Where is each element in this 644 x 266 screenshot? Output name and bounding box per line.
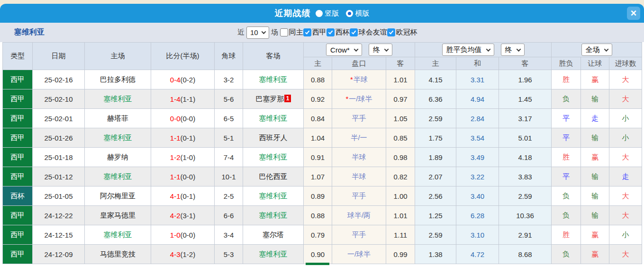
col-header-date: 日期 [33, 43, 85, 70]
checkbox-label: 欧冠杯 [396, 28, 417, 37]
recent-count-select[interactable]: 10 [246, 27, 269, 39]
league-filter-3[interactable]: 欧冠杯 [387, 28, 417, 37]
halftime-score: (0-1) [181, 134, 196, 142]
home-team-name: 巴拉多利德 [100, 75, 136, 83]
table-row: 西甲24-12-09马德里竞技4-3(1-2)5-3塞维利亚0.90一/球半0.… [3, 245, 642, 264]
checkbox-icon[interactable] [303, 28, 311, 36]
team-name: 塞维利亚 [14, 27, 45, 37]
league-filter-1[interactable]: 西杯 [327, 28, 350, 37]
result-handicap-cell: 赢 [581, 148, 609, 167]
result-wdl-cell: 负 [552, 186, 581, 206]
same-home-filter[interactable]: 同主 [280, 28, 303, 37]
radio-dot-icon [348, 12, 351, 15]
recent-count-value: 10 [250, 28, 258, 36]
avg-draw-cell: 3.31 [456, 70, 499, 89]
handicap-cell: 球半/两 [332, 206, 386, 225]
match-type-cell: 西甲 [3, 245, 33, 264]
home-team-cell: 赫罗纳 [85, 148, 151, 167]
date-cell: 24-12-15 [33, 225, 85, 245]
avg-home-cell: 2.07 [415, 167, 456, 186]
fulltime-score: 4-1 [170, 192, 181, 200]
handicap-line: 平手 [352, 114, 366, 122]
home-team-name: 赫塔菲 [107, 114, 128, 122]
score-cell: 1-4(1-1) [151, 89, 215, 109]
score-cell: 1-0(0-0) [151, 225, 215, 245]
handicap-line: 一/球半 [349, 95, 372, 103]
away-team-cell: 巴塞罗那1 [243, 89, 304, 109]
date-cell: 25-01-12 [33, 167, 85, 186]
away-team-name: 西班牙人 [259, 133, 288, 142]
result-wdl-cell: 胜 [552, 70, 581, 89]
home-team-cell: 马德里竞技 [85, 245, 151, 264]
away-team-cell: 西班牙人 [243, 128, 304, 148]
halftime-score: (0-2) [181, 76, 196, 84]
match-type-cell: 西甲 [3, 225, 33, 245]
close-button[interactable]: × [627, 7, 640, 20]
ah-home-odds-cell: 1.07 [304, 167, 332, 186]
avg-draw-cell: 3.40 [456, 186, 499, 206]
away-team-cell: 塞尔塔 [243, 225, 304, 245]
league-filter-2[interactable]: 球会友谊 [350, 28, 387, 37]
avg-away-cell: 2.59 [499, 186, 552, 206]
checkbox-icon[interactable] [327, 28, 335, 36]
ah-home-odds-cell: 0.84 [304, 109, 332, 128]
check-mark-icon [389, 29, 393, 34]
avg-away-cell: 2.91 [499, 225, 552, 245]
avg-home-cell: 1.25 [415, 206, 456, 225]
league-filter-0[interactable]: 西甲 [303, 28, 327, 37]
avg-time-select[interactable]: 终 [501, 44, 525, 56]
radio-circle-icon [346, 10, 353, 17]
result-goals-cell: 走 [609, 167, 642, 186]
away-team-cell: 塞维利亚 [243, 245, 304, 264]
date-cell: 25-01-18 [33, 148, 85, 167]
away-team-name: 塞维利亚 [259, 211, 288, 219]
chevron-down-icon [261, 29, 266, 34]
ah-home-odds-cell: 0.92 [304, 89, 332, 109]
radio-circle-icon [316, 10, 323, 17]
fulltime-score: 4-3 [170, 250, 181, 258]
away-team-name: 巴塞罗那 [255, 95, 284, 103]
score-cell: 1-1(0-0) [151, 167, 215, 186]
result-wdl-cell: 平 [552, 167, 581, 186]
ah-away-odds-cell: 0.85 [386, 128, 415, 148]
date-cell: 24-12-09 [33, 245, 85, 264]
col-header-corners: 角球 [215, 43, 243, 70]
checkbox-label: 球会友谊 [359, 28, 387, 37]
result-handicap-cell: 走 [581, 109, 609, 128]
away-team-cell: 巴伦西亚 [243, 167, 304, 186]
away-team-name: 塞维利亚 [259, 153, 288, 161]
checkbox-icon[interactable] [350, 28, 358, 36]
corners-cell: 2-5 [215, 186, 243, 206]
result-wdl-cell: 胜 [552, 225, 581, 245]
date-cell: 25-02-01 [33, 109, 85, 128]
ah-home-odds-cell: 0.89 [304, 186, 332, 206]
checkbox-icon[interactable] [280, 28, 288, 36]
odds-company-select[interactable]: Crow* [326, 44, 362, 56]
ah-home-odds-cell: 0.90 [304, 245, 332, 264]
handicap-line: 一/球半 [347, 250, 371, 258]
sub-header-result-wdl: 胜负 [552, 57, 581, 70]
checkbox-icon[interactable] [387, 28, 395, 36]
handicap-cell: 半球 [332, 167, 386, 186]
handicap-cell: 平手 [332, 225, 386, 245]
scope-select[interactable]: 全场 [581, 44, 612, 56]
handicap-line: 半球 [354, 75, 368, 83]
recent-results-modal: 近期战绩 竖版横版 × 塞维利亚 近 10 场 同主 西甲西杯球会友谊欧冠杯 [0, 4, 644, 266]
date-cell: 25-01-26 [33, 128, 85, 148]
next-section-top-edge [306, 263, 329, 265]
handicap-cell: 半/一 [332, 128, 386, 148]
layout-radio-vertical[interactable]: 竖版 [316, 9, 339, 18]
layout-radio-horizontal[interactable]: 横版 [346, 9, 370, 18]
match-type-cell: 西甲 [3, 167, 33, 186]
avg-type-select[interactable]: 胜平负均值 [442, 44, 494, 56]
check-mark-icon [328, 29, 333, 34]
ah-time-select[interactable]: 终 [369, 44, 392, 56]
avg-home-cell: 2.59 [415, 225, 456, 245]
sub-header-avg-away: 客 [499, 57, 552, 70]
avg-away-cell: 5.01 [499, 128, 552, 148]
ah-away-odds-cell: 1.00 [386, 186, 415, 206]
table-row: 西杯25-01-05阿尔梅里亚4-1(0-1)2-5塞维利亚0.89平手1.00… [3, 186, 642, 206]
close-icon: × [631, 8, 637, 18]
table-row: 西甲25-01-18赫罗纳1-2(1-0)7-4塞维利亚0.91半球0.981.… [3, 148, 642, 167]
chevron-down-icon [604, 47, 608, 52]
